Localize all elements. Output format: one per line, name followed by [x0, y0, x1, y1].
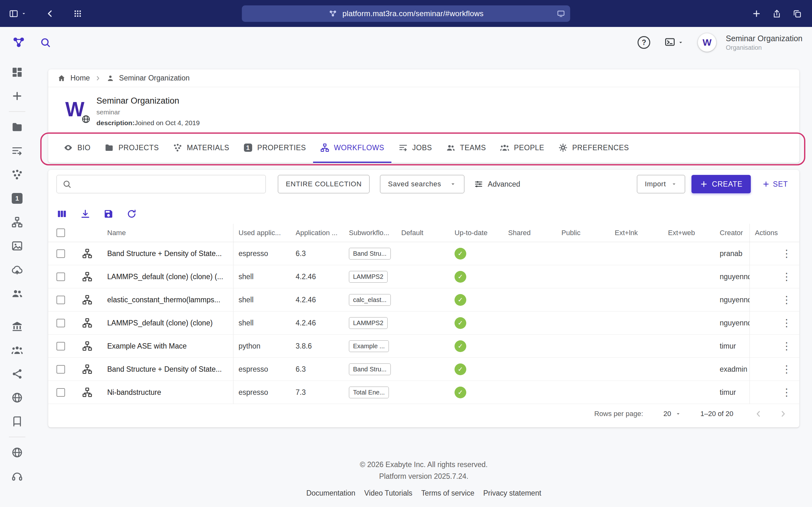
column-header-up-to-date[interactable]: Up-to-date: [450, 224, 503, 242]
sidebar-item-jobs[interactable]: [11, 145, 23, 157]
sidebar-item-materials[interactable]: [11, 169, 23, 181]
window-controls-icon[interactable]: [9, 9, 18, 18]
next-page-button[interactable]: [778, 409, 788, 418]
subworkflow-chip[interactable]: Total Ene...: [349, 387, 389, 398]
sidebar-item-support[interactable]: [11, 470, 23, 482]
mat3ra-logo[interactable]: [11, 35, 26, 50]
sidebar-item-workflows[interactable]: [11, 216, 23, 228]
org-identity[interactable]: Seminar Organization Organisation: [726, 33, 803, 52]
column-header-actions[interactable]: Actions: [750, 224, 799, 242]
sidebar-item-web[interactable]: [11, 392, 23, 404]
column-header-used-applic[interactable]: Used applic...: [233, 224, 291, 242]
workflow-name[interactable]: Example ASE with Mace: [102, 335, 233, 357]
download-icon[interactable]: [80, 209, 91, 219]
row-actions-button[interactable]: ⋮: [781, 341, 792, 351]
table-row[interactable]: LAMMPS_default (clone) (clone) (...shell…: [48, 265, 799, 288]
tabs-overview-button[interactable]: [792, 9, 802, 18]
column-header-public[interactable]: Public: [556, 224, 610, 242]
subworkflow-chip[interactable]: LAMMPS2: [349, 317, 388, 329]
sidebar-item-create-new[interactable]: [11, 90, 23, 102]
table-row[interactable]: elastic_constant_thermo(lammps...shell4.…: [48, 288, 799, 312]
tab-projects[interactable]: PROJECTS: [97, 134, 165, 163]
apps-grid-button[interactable]: [73, 9, 83, 18]
sidebar-item-resources[interactable]: [11, 415, 23, 428]
row-actions-button[interactable]: ⋮: [781, 318, 792, 328]
row-checkbox[interactable]: [56, 388, 65, 397]
share-button[interactable]: [772, 9, 781, 18]
saved-searches-dropdown[interactable]: Saved searches: [380, 175, 464, 193]
subworkflow-chip[interactable]: Example ...: [349, 340, 389, 352]
column-header-ext-web[interactable]: Ext+web: [663, 224, 715, 242]
column-header-name[interactable]: Name: [102, 224, 233, 242]
subworkflow-chip[interactable]: Band Stru...: [349, 248, 391, 260]
table-row[interactable]: Example ASE with Macepython3.8.6Example …: [48, 335, 799, 358]
user-avatar[interactable]: W: [698, 33, 716, 52]
breadcrumb-home[interactable]: Home: [70, 74, 90, 82]
entire-collection-button[interactable]: ENTIRE COLLECTION: [278, 175, 369, 193]
tab-preferences[interactable]: PREFERENCES: [551, 134, 636, 163]
workflow-name[interactable]: LAMMPS_default (clone) (clone) (...: [102, 265, 233, 288]
url-bar[interactable]: platform.mat3ra.com/seminar/#workflows: [242, 5, 570, 22]
tab-materials[interactable]: MATERIALS: [166, 134, 236, 163]
console-button[interactable]: [664, 37, 684, 48]
footer-link-privacy-statement[interactable]: Privacy statement: [484, 489, 542, 498]
tab-workflows[interactable]: WORKFLOWS: [313, 134, 392, 163]
workflow-name[interactable]: elastic_constant_thermo(lammps...: [102, 288, 233, 311]
subworkflow-chip[interactable]: calc_elast...: [349, 294, 391, 306]
workflow-name[interactable]: Band Structure + Density of State...: [102, 242, 233, 265]
sidebar-item-dashboard[interactable]: [11, 66, 23, 78]
home-icon[interactable]: [57, 74, 66, 83]
workflow-name[interactable]: LAMMPS_default (clone) (clone): [102, 312, 233, 334]
tab-teams[interactable]: TEAMS: [439, 134, 493, 163]
row-actions-button[interactable]: ⋮: [781, 387, 792, 397]
tab-people[interactable]: PEOPLE: [493, 134, 551, 163]
sidebar-item-uploads[interactable]: [11, 264, 23, 276]
save-icon[interactable]: [103, 209, 113, 219]
column-header-shared[interactable]: Shared: [503, 224, 556, 242]
column-header-subworkflo[interactable]: Subworkflo...: [344, 224, 396, 242]
row-checkbox[interactable]: [56, 365, 65, 374]
global-search-button[interactable]: [40, 37, 51, 48]
new-tab-button[interactable]: [752, 9, 761, 18]
row-checkbox[interactable]: [56, 319, 65, 327]
rows-per-page-select[interactable]: 20: [664, 410, 681, 418]
select-all-checkbox[interactable]: [56, 228, 65, 237]
workflow-name[interactable]: Ni-bandstructure: [102, 381, 233, 404]
subworkflow-chip[interactable]: Band Stru...: [349, 363, 391, 375]
sidebar-item-media[interactable]: [11, 240, 23, 252]
table-row[interactable]: Ni-bandstructureespresso7.3Total Ene...✓…: [48, 381, 799, 404]
row-actions-button[interactable]: ⋮: [781, 248, 792, 259]
row-actions-button[interactable]: ⋮: [781, 364, 792, 374]
advanced-filters-button[interactable]: Advanced: [474, 179, 520, 189]
back-button[interactable]: [45, 9, 55, 19]
tab-jobs[interactable]: JOBS: [392, 134, 439, 163]
table-row[interactable]: LAMMPS_default (clone) (clone)shell4.2.4…: [48, 312, 799, 335]
row-actions-button[interactable]: ⋮: [781, 295, 792, 305]
window-chevron-down-icon[interactable]: [21, 11, 27, 16]
sidebar-item-people[interactable]: [11, 287, 23, 299]
row-checkbox[interactable]: [56, 296, 65, 304]
column-header-creator[interactable]: Creator: [715, 224, 750, 242]
row-actions-button[interactable]: ⋮: [781, 272, 792, 282]
display-icon[interactable]: [557, 9, 565, 18]
column-header-default[interactable]: Default: [396, 224, 450, 242]
sidebar-item-organization[interactable]: [11, 320, 23, 332]
sidebar-item-shared[interactable]: [11, 368, 23, 380]
row-checkbox[interactable]: [56, 273, 65, 281]
help-button[interactable]: ?: [638, 36, 650, 49]
footer-link-terms-of-service[interactable]: Terms of service: [421, 489, 474, 498]
table-row[interactable]: Band Structure + Density of State...espr…: [48, 358, 799, 381]
set-button[interactable]: SET: [759, 180, 791, 188]
search-input[interactable]: [76, 180, 260, 189]
row-checkbox[interactable]: [56, 249, 65, 258]
refresh-icon[interactable]: [126, 209, 137, 219]
table-row[interactable]: Band Structure + Density of State...espr…: [48, 242, 799, 265]
footer-link-documentation[interactable]: Documentation: [306, 489, 356, 498]
tab-bio[interactable]: BIO: [56, 134, 97, 163]
sidebar-item-properties[interactable]: 1: [11, 192, 23, 205]
columns-icon[interactable]: [56, 209, 67, 219]
search-box[interactable]: [56, 175, 266, 193]
column-header-application[interactable]: Application ...: [291, 224, 344, 242]
row-checkbox[interactable]: [56, 342, 65, 350]
footer-link-video-tutorials[interactable]: Video Tutorials: [364, 489, 412, 498]
